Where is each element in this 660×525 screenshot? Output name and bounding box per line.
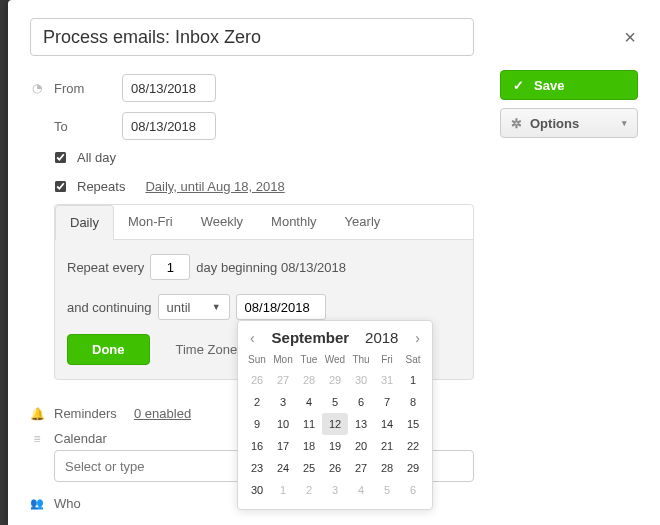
calendar-day[interactable]: 27 xyxy=(270,369,296,391)
calendar-dow: Tue xyxy=(296,352,322,369)
repeat-end-select[interactable]: until ▼ xyxy=(158,294,230,320)
calendar-day[interactable]: 28 xyxy=(374,457,400,479)
people-icon: 👥 xyxy=(30,497,44,510)
calendar-dow: Thu xyxy=(348,352,374,369)
repeats-summary-link[interactable]: Daily, until Aug 18, 2018 xyxy=(145,179,284,194)
calendar-dow: Fri xyxy=(374,352,400,369)
save-button-label: Save xyxy=(534,78,564,93)
calendar-day[interactable]: 15 xyxy=(400,413,426,435)
calendar-day[interactable]: 28 xyxy=(296,369,322,391)
calendar-day[interactable]: 2 xyxy=(244,391,270,413)
from-label: From xyxy=(54,81,112,96)
calendar-day[interactable]: 17 xyxy=(270,435,296,457)
calendar-dow: Sat xyxy=(400,352,426,369)
calendar-day[interactable]: 4 xyxy=(348,479,374,501)
check-icon: ✓ xyxy=(513,78,524,93)
calendar-day[interactable]: 20 xyxy=(348,435,374,457)
repeat-continuing-label: and continuing xyxy=(67,300,152,315)
close-icon[interactable]: × xyxy=(624,26,636,49)
repeat-every-input[interactable] xyxy=(150,254,190,280)
calendar-day[interactable]: 19 xyxy=(322,435,348,457)
calendar-day[interactable]: 6 xyxy=(400,479,426,501)
calendar-dow: Sun xyxy=(244,352,270,369)
calendar-day[interactable]: 12 xyxy=(322,413,348,435)
calendar-day[interactable]: 5 xyxy=(374,479,400,501)
tab-weekly[interactable]: Weekly xyxy=(187,205,257,239)
calendar-label: Calendar xyxy=(54,431,124,446)
dropdown-icon: ▼ xyxy=(212,302,221,312)
options-button-label: Options xyxy=(530,116,579,131)
calendar-day[interactable]: 9 xyxy=(244,413,270,435)
calendar-day[interactable]: 30 xyxy=(244,479,270,501)
calendar-day[interactable]: 22 xyxy=(400,435,426,457)
calendar-day[interactable]: 24 xyxy=(270,457,296,479)
calendar-day[interactable]: 7 xyxy=(374,391,400,413)
done-button[interactable]: Done xyxy=(67,334,150,365)
timezone-label: Time Zone xyxy=(176,342,238,357)
calendar-day[interactable]: 6 xyxy=(348,391,374,413)
repeat-beginning-label: day beginning 08/13/2018 xyxy=(196,260,346,275)
save-button[interactable]: ✓ Save xyxy=(500,70,638,100)
bell-icon: 🔔 xyxy=(30,407,44,421)
calendar-day[interactable]: 31 xyxy=(374,369,400,391)
calendar-day[interactable]: 8 xyxy=(400,391,426,413)
from-date-input[interactable] xyxy=(122,74,216,102)
repeat-every-label: Repeat every xyxy=(67,260,144,275)
calendar-day[interactable]: 1 xyxy=(270,479,296,501)
calendar-day[interactable]: 25 xyxy=(296,457,322,479)
calendar-day[interactable]: 18 xyxy=(296,435,322,457)
action-column: ✓ Save ✲ Options ▾ xyxy=(500,70,638,138)
tab-monthly[interactable]: Monthly xyxy=(257,205,331,239)
calendar-day[interactable]: 26 xyxy=(322,457,348,479)
reminders-count-link[interactable]: 0 enabled xyxy=(134,406,191,421)
calendar-day[interactable]: 30 xyxy=(348,369,374,391)
calendar-weekday-row: SunMonTueWedThuFriSat xyxy=(244,352,426,369)
calendar-day[interactable]: 29 xyxy=(400,457,426,479)
chevron-down-icon: ▾ xyxy=(622,118,627,128)
to-date-input[interactable] xyxy=(122,112,216,140)
calendar-day[interactable]: 11 xyxy=(296,413,322,435)
who-label: Who xyxy=(54,496,112,511)
reminders-label: Reminders xyxy=(54,406,124,421)
calendar-day[interactable]: 3 xyxy=(270,391,296,413)
tab-monfri[interactable]: Mon-Fri xyxy=(114,205,187,239)
calendar-dow: Wed xyxy=(322,352,348,369)
calendar-day[interactable]: 2 xyxy=(296,479,322,501)
event-modal: × ✓ Save ✲ Options ▾ ◔ From To All day xyxy=(8,0,660,525)
calendar-day[interactable]: 26 xyxy=(244,369,270,391)
repeats-label: Repeats xyxy=(77,179,125,194)
calendar-day[interactable]: 21 xyxy=(374,435,400,457)
calendar-dow: Mon xyxy=(270,352,296,369)
calendar-day[interactable]: 13 xyxy=(348,413,374,435)
calendar-day[interactable]: 29 xyxy=(322,369,348,391)
next-month-button[interactable]: › xyxy=(413,330,422,346)
tab-yearly[interactable]: Yearly xyxy=(331,205,395,239)
clock-icon: ◔ xyxy=(30,81,44,95)
calendar-day[interactable]: 3 xyxy=(322,479,348,501)
gear-icon: ✲ xyxy=(511,116,522,131)
event-title-input[interactable] xyxy=(30,18,474,56)
calendar-day-grid: 2627282930311234567891011121314151617181… xyxy=(244,369,426,501)
repeat-end-select-value: until xyxy=(167,300,191,315)
to-label: To xyxy=(54,119,112,134)
tab-daily[interactable]: Daily xyxy=(55,205,114,240)
calendar-day[interactable]: 27 xyxy=(348,457,374,479)
allday-checkbox[interactable] xyxy=(55,152,66,163)
allday-label: All day xyxy=(77,150,116,165)
calendar-year[interactable]: 2018 xyxy=(365,329,398,346)
repeat-until-date-input[interactable] xyxy=(236,294,326,320)
date-picker-popover: ‹ September 2018 › SunMonTueWedThuFriSat… xyxy=(237,320,433,510)
calendar-day[interactable]: 1 xyxy=(400,369,426,391)
calendar-day[interactable]: 5 xyxy=(322,391,348,413)
repeat-tabs: Daily Mon-Fri Weekly Monthly Yearly xyxy=(55,205,473,240)
calendar-day[interactable]: 23 xyxy=(244,457,270,479)
calendar-month[interactable]: September xyxy=(272,329,350,346)
calendar-day[interactable]: 10 xyxy=(270,413,296,435)
calendar-day[interactable]: 4 xyxy=(296,391,322,413)
list-icon: ≡ xyxy=(30,432,44,446)
calendar-day[interactable]: 14 xyxy=(374,413,400,435)
calendar-day[interactable]: 16 xyxy=(244,435,270,457)
options-button[interactable]: ✲ Options ▾ xyxy=(500,108,638,138)
repeats-checkbox[interactable] xyxy=(55,181,66,192)
prev-month-button[interactable]: ‹ xyxy=(248,330,257,346)
